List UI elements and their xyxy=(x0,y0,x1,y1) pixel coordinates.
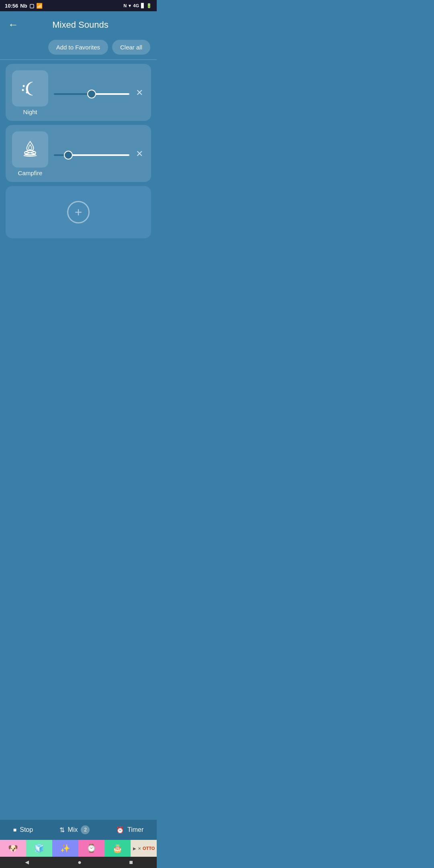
svg-point-0 xyxy=(23,85,25,87)
campfire-label: Campfire xyxy=(18,170,43,176)
night-icon xyxy=(19,77,41,100)
status-time: 10:56 xyxy=(5,3,18,9)
back-button[interactable]: ← xyxy=(6,17,20,33)
divider xyxy=(0,59,157,60)
night-volume-slider[interactable] xyxy=(54,93,129,95)
campfire-slider-wrap xyxy=(54,150,129,158)
add-sound-icon: + xyxy=(67,201,90,223)
add-favorites-button[interactable]: Add to Favorites xyxy=(48,40,108,55)
nfc-icon: N xyxy=(123,3,127,8)
campfire-card-inner: Campfire ✕ xyxy=(12,131,145,176)
header: ← Mixed Sounds xyxy=(0,11,157,37)
night-card-inner: Night ✕ xyxy=(12,70,145,115)
svg-point-1 xyxy=(22,89,24,91)
campfire-volume-slider[interactable] xyxy=(54,154,129,156)
night-remove-button[interactable]: ✕ xyxy=(134,86,145,100)
campfire-icon-box xyxy=(12,131,48,168)
status-carrier: Nb xyxy=(20,3,27,9)
battery-icon: 🔋 xyxy=(146,3,152,8)
campfire-sound-card: Campfire ✕ xyxy=(6,125,151,182)
status-right: N ▾ 4G ▊ 🔋 xyxy=(123,3,152,8)
status-phone-icon: 📶 xyxy=(36,3,43,9)
night-icon-box xyxy=(12,70,48,106)
status-left: 10:56 Nb ▢ 📶 xyxy=(5,3,43,9)
action-row: Add to Favorites Clear all xyxy=(0,37,157,59)
campfire-icon xyxy=(19,138,41,161)
svg-point-2 xyxy=(26,92,28,94)
status-square-icon: ▢ xyxy=(29,3,34,9)
night-label: Night xyxy=(23,108,37,115)
clear-all-button[interactable]: Clear all xyxy=(112,40,150,55)
network-label: 4G xyxy=(133,3,139,8)
signal-icon: ▊ xyxy=(141,3,144,8)
wifi-icon: ▾ xyxy=(129,3,131,8)
plus-icon: + xyxy=(75,205,82,220)
night-controls: ✕ xyxy=(54,86,145,100)
status-bar: 10:56 Nb ▢ 📶 N ▾ 4G ▊ 🔋 xyxy=(0,0,157,11)
add-sound-card[interactable]: + xyxy=(6,186,151,238)
campfire-remove-button[interactable]: ✕ xyxy=(134,147,145,161)
page-title: Mixed Sounds xyxy=(25,20,136,30)
night-slider-wrap xyxy=(54,89,129,96)
night-sound-card: Night ✕ xyxy=(6,64,151,121)
campfire-controls: ✕ xyxy=(54,147,145,161)
